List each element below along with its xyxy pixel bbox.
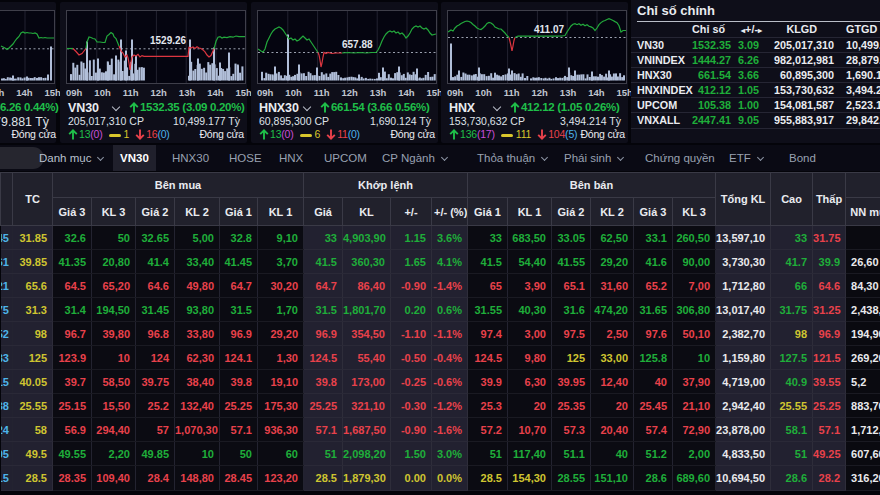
svg-text:657.88: 657.88 [342,39,373,50]
svg-text:411.07: 411.07 [534,24,564,35]
svg-text:1529.26: 1529.26 [150,35,187,46]
